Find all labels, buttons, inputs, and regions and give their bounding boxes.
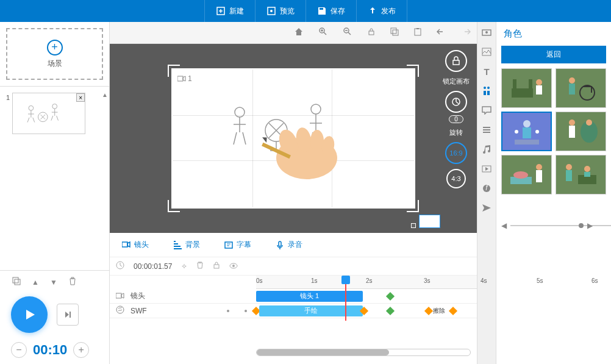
image-tool-icon[interactable] <box>481 46 492 57</box>
svg-point-54 <box>580 85 595 100</box>
lock-canvas-button[interactable] <box>445 50 467 72</box>
lock-icon[interactable] <box>367 27 376 38</box>
copy-icon[interactable] <box>390 27 399 38</box>
timeline-tabs: 镜头 背景 字幕 录音 ◀ ▶ <box>110 233 477 257</box>
zoom-slider[interactable]: ◀ ▶ <box>501 224 593 227</box>
keyframe-icon[interactable] <box>386 291 395 300</box>
copy-icon[interactable] <box>12 277 21 287</box>
plus-button[interactable]: + <box>73 342 89 358</box>
timeline-ruler[interactable]: 0s 1s 2s 3s 4s 5s 6s <box>256 276 477 289</box>
current-time: 00:00:01.57 <box>134 262 172 271</box>
svg-point-6 <box>52 104 57 109</box>
svg-point-18 <box>235 107 245 117</box>
camera-tool-icon[interactable] <box>481 27 492 38</box>
svg-rect-12 <box>369 31 374 35</box>
step-button[interactable] <box>57 304 79 326</box>
undo-icon[interactable] <box>437 27 446 38</box>
playback-controls: ▲ ▼ − 00:10 + <box>0 270 109 364</box>
snap-icon[interactable]: ✧ <box>181 262 187 271</box>
tab-audio[interactable]: 录音 <box>276 240 302 250</box>
clip-hand[interactable]: 手绘 <box>259 305 363 316</box>
up-arrow-icon[interactable]: ▲ <box>32 278 39 287</box>
close-icon[interactable]: × <box>76 93 85 102</box>
publish-button[interactable]: 发布 <box>357 0 407 22</box>
aspect-169-button[interactable]: 16:9 <box>445 142 467 164</box>
camera-icon <box>116 292 124 301</box>
lock-icon[interactable] <box>213 262 220 271</box>
svg-point-38 <box>116 306 124 313</box>
keyframe-icon[interactable] <box>386 306 395 315</box>
asset-item[interactable] <box>501 112 552 151</box>
asset-item[interactable] <box>501 68 552 108</box>
flash-tool-icon[interactable]: f <box>481 183 492 194</box>
tab-subtitle[interactable]: 字幕 <box>224 240 251 250</box>
video-tool-icon[interactable] <box>481 163 492 174</box>
text-tool-icon[interactable]: T <box>481 66 492 77</box>
svg-point-2 <box>270 10 273 12</box>
keyframe-icon[interactable] <box>449 306 457 315</box>
canvas-side-controls: 锁定画布 0 旋转 16:9 4:3 <box>443 50 470 188</box>
aspect-43-button[interactable]: 4:3 <box>446 169 466 188</box>
asset-item[interactable] <box>556 112 606 151</box>
eye-icon[interactable] <box>229 262 238 271</box>
canvas-toolbar <box>110 22 477 44</box>
send-tool-icon[interactable] <box>481 202 492 213</box>
svg-rect-69 <box>566 170 572 181</box>
new-button[interactable]: 新建 <box>204 0 255 22</box>
home-icon[interactable] <box>294 27 304 38</box>
down-arrow-icon[interactable]: ▼ <box>50 278 57 287</box>
trash-icon[interactable] <box>196 262 204 271</box>
keyframe-icon[interactable] <box>424 306 433 315</box>
redo-icon[interactable] <box>461 27 471 38</box>
track-camera[interactable]: 镜头 镜头 1 <box>110 289 477 304</box>
track-swf[interactable]: SWF 手绘 擦除 <box>110 304 477 318</box>
svg-rect-51 <box>536 85 542 95</box>
music-tool-icon[interactable] <box>481 144 492 155</box>
tab-background[interactable]: 背景 <box>173 240 200 250</box>
zoom-out-icon[interactable] <box>343 27 352 38</box>
svg-point-24 <box>310 130 324 152</box>
svg-rect-72 <box>584 172 590 177</box>
preview-button[interactable]: 预览 <box>255 0 306 22</box>
svg-point-59 <box>535 130 539 134</box>
scene-thumbnail[interactable]: × <box>12 93 85 134</box>
back-button[interactable]: 返回 <box>501 46 606 63</box>
save-button[interactable]: 保存 <box>306 0 357 22</box>
zoom-in-icon[interactable] <box>318 27 328 38</box>
svg-point-50 <box>536 79 542 85</box>
center-panel: 1 <box>110 22 477 364</box>
character-tool-icon[interactable] <box>481 85 492 96</box>
chat-tool-icon[interactable] <box>481 105 492 116</box>
trash-icon[interactable] <box>68 277 77 287</box>
svg-point-36 <box>232 265 235 267</box>
svg-rect-8 <box>15 279 20 285</box>
stack-tool-icon[interactable] <box>481 124 492 135</box>
timeline-scrollbar[interactable] <box>256 349 477 357</box>
paste-icon[interactable] <box>413 27 422 38</box>
asset-item[interactable] <box>556 68 606 108</box>
play-button[interactable] <box>11 296 48 333</box>
clip-camera[interactable]: 镜头 1 <box>256 291 363 302</box>
panel-title: 角色 <box>501 28 606 40</box>
rotate-button[interactable] <box>445 91 467 113</box>
canvas-area[interactable]: 1 <box>110 44 477 233</box>
scroll-arrow-icon[interactable]: ▲ <box>102 91 108 98</box>
scene-number: 1 <box>6 94 10 101</box>
playhead[interactable] <box>341 276 350 284</box>
minus-button[interactable]: − <box>11 342 27 358</box>
asset-item[interactable] <box>501 155 552 194</box>
svg-point-42 <box>484 87 486 89</box>
resize-handle[interactable] <box>411 223 416 228</box>
save-label: 保存 <box>331 6 345 16</box>
preview-label: 预览 <box>280 6 295 16</box>
tab-camera[interactable]: 镜头 <box>122 240 149 250</box>
canvas-preview-icon[interactable] <box>419 215 440 228</box>
publish-label: 发布 <box>381 6 396 16</box>
asset-item[interactable] <box>556 155 606 194</box>
canvas-frame[interactable]: 1 <box>171 68 415 209</box>
add-scene-button[interactable]: + 场景 <box>6 28 103 80</box>
svg-point-40 <box>485 31 488 34</box>
svg-rect-53 <box>569 84 575 95</box>
scene-list: ▲ 1 × <box>0 86 109 270</box>
asset-grid <box>501 68 606 194</box>
